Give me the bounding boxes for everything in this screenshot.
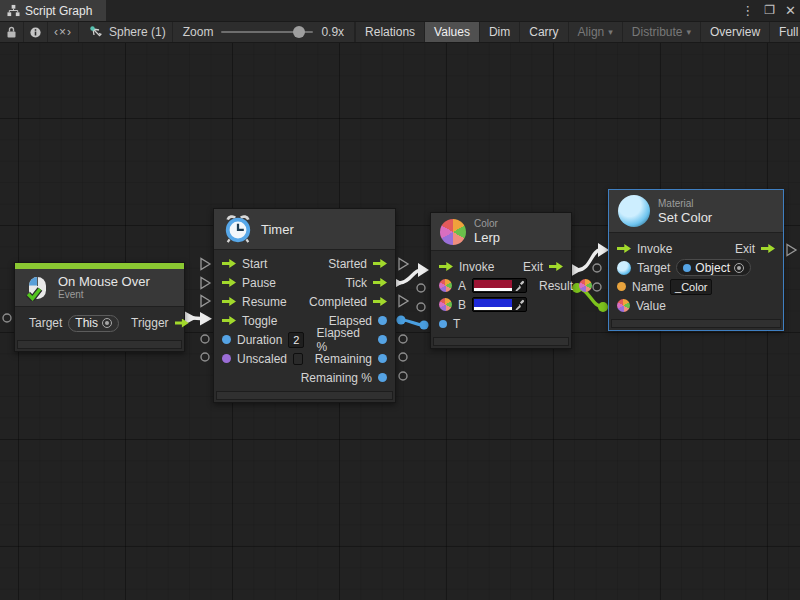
flow-arrow-icon[interactable] [222,297,236,306]
port-setcolor-name-in[interactable] [593,283,601,291]
flow-arrow-icon[interactable] [222,316,236,325]
flow-arrow-icon[interactable] [373,297,387,306]
float-port-icon[interactable] [378,354,387,363]
name-input[interactable]: _Color [670,279,712,295]
lock-button[interactable] [0,22,24,42]
unscaled-checkbox[interactable] [293,353,303,365]
color-port-icon[interactable] [617,299,630,312]
port-timer-completed-out[interactable] [399,296,408,307]
object-picker-icon[interactable] [734,263,744,273]
port-omo-target-in[interactable] [3,314,11,322]
node-color-lerp[interactable]: Color Lerp Invoke Exit A [430,212,572,349]
code-view-button[interactable]: ‹×› [48,22,79,42]
flow-arrow-icon[interactable] [439,262,453,271]
float-port-icon[interactable] [378,373,387,382]
port-label: Invoke [637,242,672,256]
float-port-icon[interactable] [222,335,231,344]
color-port-icon[interactable] [439,279,452,292]
flow-arrow-icon[interactable] [617,244,631,253]
node-subtitle: Event [58,289,150,301]
bool-port-icon[interactable] [222,354,231,363]
color-wheel-icon [440,219,466,245]
flow-arrow-icon[interactable] [222,259,236,268]
material-port-icon[interactable] [617,261,631,275]
float-port-icon[interactable] [439,320,447,328]
node-title: On Mouse Over [58,274,150,289]
flow-arrow-icon[interactable] [549,262,563,271]
zoom-slider[interactable] [221,31,313,33]
graph-icon [7,4,20,17]
float-port-icon[interactable] [378,335,387,344]
flow-arrow-icon[interactable] [373,259,387,268]
node-set-color[interactable]: Material Set Color Invoke Exit Target [608,189,784,331]
lock-icon [6,26,17,38]
node-footer [611,319,781,328]
toolbar-button-align[interactable]: Align ▾ [568,22,622,42]
port-timer-started-out[interactable] [399,259,408,270]
flow-arrow-icon[interactable] [222,278,236,287]
zoom-slider-handle[interactable] [293,26,305,38]
window-menu-button[interactable]: ⋮ [741,0,754,21]
port-label: Resume [242,295,287,309]
color-port-icon[interactable] [579,279,592,292]
port-timer-duration-in[interactable] [201,335,209,343]
tab-title: Script Graph [25,4,92,18]
toolbar-button-carry[interactable]: Carry [519,22,567,42]
toolbar-button-distribute[interactable]: Distribute ▾ [622,22,700,42]
wire-trigger-to-toggle[interactable] [184,311,212,326]
tab-script-graph[interactable]: Script Graph [0,0,106,21]
color-a-field[interactable] [472,278,527,293]
port-setcolor-exit-out[interactable] [787,245,796,256]
port-timer-pause-in[interactable] [201,278,210,289]
port-label: Remaining % [301,371,372,385]
port-label: Invoke [459,260,494,274]
port-label: Remaining [315,352,372,366]
port-lerp-a-in[interactable] [417,284,425,292]
graph-owner-button[interactable]: Sphere (1) [79,22,173,42]
duration-input[interactable]: 2 [288,332,304,348]
color-b-swatch[interactable] [474,299,512,307]
node-timer[interactable]: Timer Start Started Pause Tick [213,208,396,403]
port-timer-remainingpct-out[interactable] [399,372,407,380]
toolbar-button-fullscreen[interactable]: Full Screen [769,22,800,42]
graph-canvas[interactable]: On Mouse Over Event Target This Trigger [0,43,800,600]
wire-exit-to-invoke[interactable] [570,243,609,277]
toolbar-button-relations[interactable]: Relations [355,22,424,42]
wire-tick-to-invoke[interactable] [391,263,429,290]
float-port-icon[interactable] [378,316,387,325]
window-close-button[interactable]: ✕ [785,0,796,21]
eyedropper-icon[interactable] [514,280,525,291]
window-maximize-button[interactable]: ❐ [764,0,775,21]
flow-arrow-icon[interactable] [175,319,189,328]
port-timer-remaining-out[interactable] [399,353,407,361]
port-timer-resume-in[interactable] [201,296,210,307]
port-timer-start-in[interactable] [201,259,210,270]
port-label: Result [539,279,573,293]
port-setcolor-target-in[interactable] [593,264,601,272]
color-port-icon[interactable] [439,298,452,311]
target-object-pill[interactable]: Object [676,259,751,276]
port-timer-elapsedpct-out[interactable] [399,335,407,343]
node-footer [433,337,569,346]
wire-elapsed-to-t[interactable] [396,315,428,329]
color-b-field[interactable] [472,297,527,312]
node-title: Timer [261,222,294,237]
flow-arrow-icon[interactable] [761,244,775,253]
port-label: Value [636,299,666,313]
toolbar-button-overview[interactable]: Overview [700,22,769,42]
target-this-pill[interactable]: This [68,315,119,332]
string-port-icon[interactable] [617,282,626,291]
eyedropper-icon[interactable] [514,299,525,310]
color-a-swatch[interactable] [474,280,512,288]
info-icon [30,26,41,39]
node-on-mouse-over[interactable]: On Mouse Over Event Target This Trigger [14,262,185,352]
info-button[interactable] [24,22,48,42]
object-picker-icon[interactable] [102,318,112,328]
toolbar-button-values[interactable]: Values [424,22,479,42]
port-timer-unscaled-in[interactable] [201,353,209,361]
mouse-event-icon [24,275,50,301]
flow-arrow-icon[interactable] [373,278,387,287]
zoom-value: 0.9x [321,25,344,39]
port-lerp-b-in[interactable] [417,303,425,311]
toolbar-button-dim[interactable]: Dim [479,22,519,42]
